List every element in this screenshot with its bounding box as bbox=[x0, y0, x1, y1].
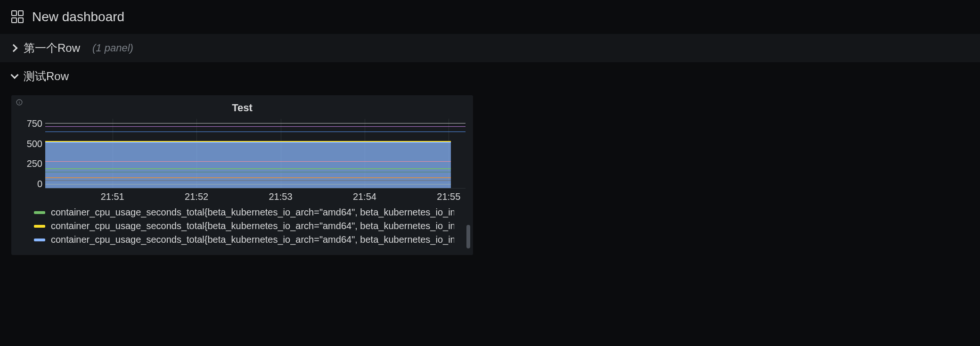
row-title-1: 第一个Row bbox=[24, 41, 80, 56]
legend-label: container_cpu_usage_seconds_total{beta_k… bbox=[51, 207, 454, 218]
legend-scrollbar[interactable] bbox=[466, 225, 470, 248]
legend-swatch bbox=[34, 225, 45, 228]
y-axis: 750 500 250 0 bbox=[11, 119, 42, 189]
page-title[interactable]: New dashboard bbox=[32, 9, 124, 25]
legend-item[interactable]: container_cpu_usage_seconds_total{beta_k… bbox=[34, 219, 454, 233]
legend-label: container_cpu_usage_seconds_total{beta_k… bbox=[51, 234, 454, 245]
info-icon[interactable] bbox=[16, 99, 23, 107]
row-header-2[interactable]: 测试Row bbox=[0, 62, 980, 91]
row-header-1[interactable]: 第一个Row (1 panel) bbox=[0, 34, 980, 62]
legend-swatch bbox=[34, 239, 45, 241]
row-title-2: 测试Row bbox=[24, 69, 69, 84]
panel-test[interactable]: Test 750 500 250 0 21:5121:5221:5321:542… bbox=[11, 95, 473, 255]
x-tick: 21:53 bbox=[269, 191, 292, 202]
x-tick: 21:51 bbox=[101, 191, 124, 202]
y-tick: 0 bbox=[37, 179, 42, 189]
legend-item[interactable]: container_cpu_usage_seconds_total{beta_k… bbox=[34, 206, 454, 219]
chart-area[interactable]: 750 500 250 0 21:5121:5221:5321:5421:55 bbox=[11, 119, 473, 199]
dashboard-grid-icon[interactable] bbox=[11, 10, 24, 24]
plot-area[interactable] bbox=[45, 119, 466, 189]
legend-label: container_cpu_usage_seconds_total{beta_k… bbox=[51, 221, 454, 231]
chevron-down-icon bbox=[11, 73, 18, 80]
legend: container_cpu_usage_seconds_total{beta_k… bbox=[11, 199, 473, 249]
dashboard-header: New dashboard bbox=[0, 0, 980, 34]
x-tick: 21:54 bbox=[353, 191, 376, 202]
panel-title[interactable]: Test bbox=[11, 95, 473, 119]
y-tick: 250 bbox=[27, 159, 42, 168]
x-axis: 21:5121:5221:5321:5421:55 bbox=[45, 189, 466, 202]
chevron-right-icon bbox=[11, 45, 18, 51]
x-tick: 21:52 bbox=[185, 191, 208, 202]
y-tick: 500 bbox=[27, 139, 42, 148]
y-tick: 750 bbox=[27, 119, 42, 128]
row-panel-count-1: (1 panel) bbox=[92, 42, 133, 54]
legend-swatch bbox=[34, 211, 45, 214]
legend-item[interactable]: container_cpu_usage_seconds_total{beta_k… bbox=[34, 233, 454, 247]
x-tick: 21:55 bbox=[437, 191, 460, 202]
